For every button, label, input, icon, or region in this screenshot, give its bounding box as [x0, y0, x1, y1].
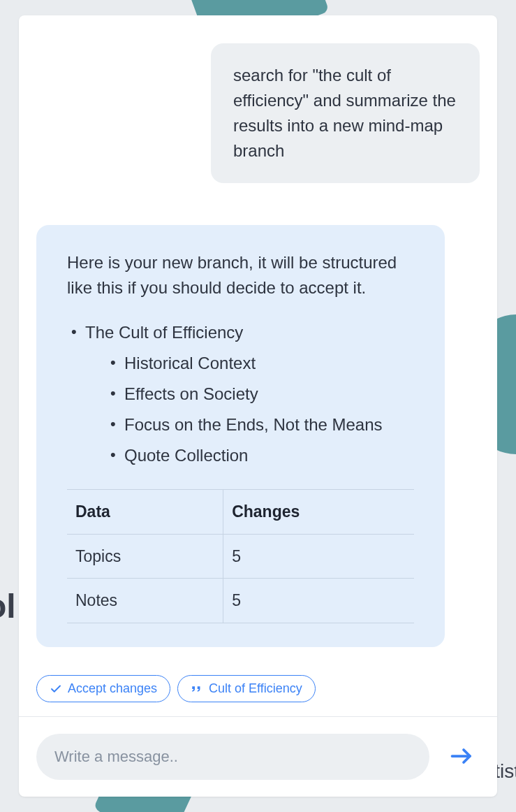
assistant-message: Here is your new branch, it will be stru…	[36, 225, 445, 647]
table-cell-label: Topics	[67, 534, 223, 579]
branch-children-list: Historical Context Effects on Society Fo…	[106, 351, 414, 468]
table-row: Notes 5	[67, 579, 414, 623]
table-cell-value: 5	[223, 534, 414, 579]
user-message: search for "the cult of efficiency" and …	[211, 43, 480, 183]
quote-icon	[191, 683, 203, 695]
branch-child-item: Historical Context	[106, 351, 414, 376]
table-cell-label: Notes	[67, 579, 223, 623]
bg-partial-text: ol	[0, 587, 16, 625]
table-header-data: Data	[67, 490, 223, 535]
branch-root-label: The Cult of Efficiency	[85, 323, 243, 342]
message-input[interactable]	[36, 734, 429, 780]
send-button[interactable]	[443, 738, 480, 776]
input-area	[19, 716, 497, 797]
table-header-changes: Changes	[223, 490, 414, 535]
branch-child-item: Focus on the Ends, Not the Means	[106, 412, 414, 437]
source-reference-button[interactable]: Cult of Efficiency	[177, 675, 316, 702]
send-icon	[449, 744, 474, 771]
branch-child-item: Quote Collection	[106, 443, 414, 468]
accept-changes-button[interactable]: Accept changes	[36, 675, 170, 702]
table-row: Topics 5	[67, 534, 414, 579]
branch-root-item: The Cult of Efficiency Historical Contex…	[67, 320, 414, 468]
branch-child-item: Effects on Society	[106, 382, 414, 407]
user-message-text: search for "the cult of efficiency" and …	[233, 66, 456, 160]
table-cell-value: 5	[223, 579, 414, 623]
messages-container: search for "the cult of efficiency" and …	[19, 15, 497, 675]
check-icon	[50, 683, 62, 695]
source-button-label: Cult of Efficiency	[209, 681, 302, 696]
action-buttons-row: Accept changes Cult of Efficiency	[19, 675, 497, 716]
changes-table: Data Changes Topics 5 Notes 5	[67, 489, 414, 623]
accept-button-label: Accept changes	[68, 681, 157, 696]
chat-panel: search for "the cult of efficiency" and …	[19, 15, 497, 797]
branch-outline: The Cult of Efficiency Historical Contex…	[67, 320, 414, 468]
assistant-intro-text: Here is your new branch, it will be stru…	[67, 250, 414, 300]
